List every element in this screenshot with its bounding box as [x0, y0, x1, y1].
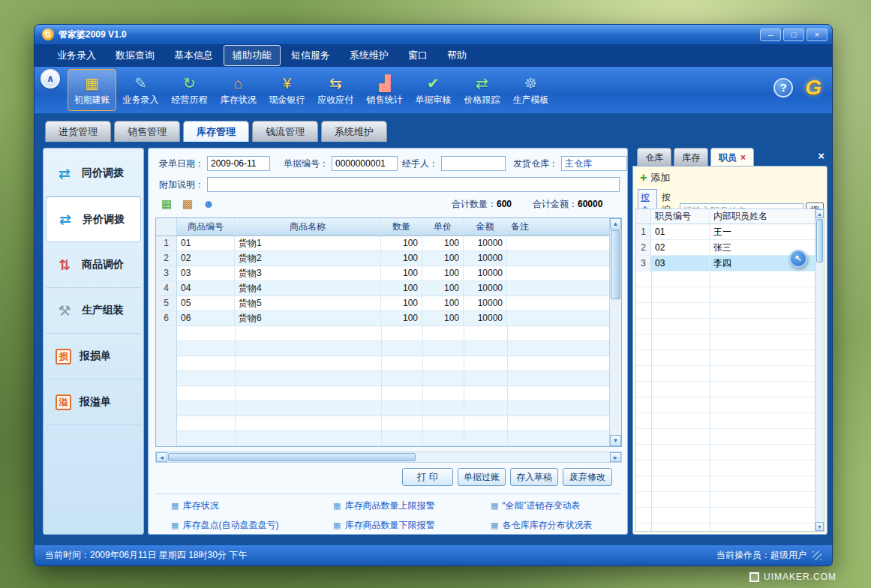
toolbar-label: 单据审核	[416, 94, 452, 106]
transfer-arrows-icon: ⇄	[56, 165, 74, 182]
status-current-time: 当前时间：2009年06月11日 星期四 18时30分 下午	[45, 549, 247, 562]
scroll-left-icon[interactable]: ◄	[156, 452, 167, 462]
items-table-vertical-scrollbar[interactable]: ▲ ▼	[609, 218, 621, 446]
calculator-tool-icon[interactable]: ▩	[180, 196, 195, 212]
sidebar-item-label: 商品调价	[82, 258, 124, 272]
panel-close-icon[interactable]: ×	[818, 149, 824, 163]
help-button[interactable]: ?	[773, 78, 793, 98]
warehouse-input[interactable]	[561, 156, 627, 171]
grid-tool-icon[interactable]: ▦	[159, 196, 174, 212]
toolbar-initial-setup[interactable]: ▦ 初期建账	[68, 69, 116, 111]
sidebar-item-same-price-transfer[interactable]: ⇄ 同价调拨	[46, 151, 141, 196]
toolbar-receivable-payable[interactable]: ⇆ 应收应付	[311, 69, 360, 111]
items-table-horizontal-scrollbar[interactable]: ◄ ►	[155, 452, 622, 463]
tab-inventory-management[interactable]: 库存管理	[183, 121, 249, 142]
menu-help[interactable]: 帮助	[438, 45, 476, 66]
link-stock-lower-limit-alert[interactable]: ▦ 库存商品数量下限报警	[333, 519, 434, 532]
total-amount-value: 60000	[578, 199, 602, 209]
print-button[interactable]: 打 印	[402, 468, 453, 486]
toolbar-inventory-status[interactable]: ⌂ 库存状况	[214, 69, 263, 111]
scroll-right-icon[interactable]: ►	[610, 452, 621, 462]
table-row[interactable]: 5 05 货物5 100 100 10000	[156, 296, 609, 311]
sidebar-item-label: 异价调拨	[83, 213, 125, 226]
link-stocktaking[interactable]: ▦ 库存盘点(自动盘盈盘亏)	[171, 519, 278, 532]
menu-business-entry[interactable]: 业务录入	[48, 45, 105, 66]
sidebar-item-label: 报溢单	[80, 395, 111, 409]
desktop-background: G 管家婆2009 V1.0 – □ × 业务录入 数据查询 基本信息 辅助功能…	[0, 0, 871, 588]
table-row[interactable]: 2 02 货物2 100 100 10000	[156, 251, 609, 266]
add-staff-button[interactable]: + 添加	[640, 171, 670, 184]
doc-no-label: 单据编号：	[284, 158, 329, 170]
tab-inventory[interactable]: 库存	[674, 148, 708, 166]
discard-changes-button[interactable]: 废弃修改	[563, 468, 612, 486]
link-almighty-flow-report[interactable]: ▦ “全能”进销存变动表	[491, 500, 580, 512]
scrollbar-thumb[interactable]	[816, 219, 823, 262]
menu-basic-info[interactable]: 基本信息	[165, 45, 222, 66]
menu-auxiliary-functions[interactable]: 辅助功能	[224, 45, 281, 66]
tab-purchase-management[interactable]: 进货管理	[45, 121, 111, 142]
toolbar: ∧ ▦ 初期建账 ✎ 业务录入 ↻ 经营历程 ⌂ 库存状况 ¥ 现金银行	[35, 67, 832, 113]
scroll-up-icon[interactable]: ▲	[610, 218, 621, 230]
note-label: 附加说明：	[159, 178, 204, 191]
menu-window[interactable]: 窗口	[399, 45, 437, 66]
menu-system-maintenance[interactable]: 系统维护	[341, 45, 398, 66]
save-draft-button[interactable]: 存入草稿	[510, 468, 558, 486]
handler-input[interactable]	[441, 156, 506, 171]
quick-tools: ▦ ▩ ☻	[159, 196, 216, 212]
link-inventory-status[interactable]: ▦ 库存状况	[171, 500, 218, 512]
sidebar-item-production-assembly[interactable]: ⚒ 生产组装	[46, 288, 141, 334]
toolbar-document-audit[interactable]: ✔ 单据审核	[409, 69, 458, 111]
tab-cashflow-management[interactable]: 钱流管理	[252, 121, 318, 142]
person-tool-icon[interactable]: ☻	[201, 196, 216, 212]
doc-no-input[interactable]	[332, 156, 398, 171]
sidebar-item-loss-report[interactable]: 损 报损单	[46, 334, 141, 380]
toolbar-sales-statistics[interactable]: ▟ 销售统计	[360, 69, 409, 111]
scroll-up-icon[interactable]: ▲	[815, 209, 824, 218]
tab-close-icon[interactable]: ×	[740, 152, 746, 163]
table-row[interactable]: 1 01 货物1 100 100 10000	[156, 236, 609, 251]
toolbar-business-entry[interactable]: ✎ 业务录入	[116, 69, 165, 111]
maximize-button[interactable]: □	[783, 28, 804, 41]
collapse-toolbar-button[interactable]: ∧	[41, 69, 60, 88]
total-amount: 合计金额：60000	[533, 198, 602, 211]
report-icon: ▦	[333, 520, 341, 530]
staff-row[interactable]: 1 01 王一	[636, 224, 815, 240]
minimize-button[interactable]: –	[760, 28, 781, 41]
toolbar-business-history[interactable]: ↻ 经营历程	[165, 69, 214, 111]
note-input[interactable]	[207, 177, 620, 192]
toolbar-label: 现金银行	[269, 94, 305, 106]
table-row[interactable]: 3 03 货物3 100 100 10000	[156, 266, 609, 281]
staff-row[interactable]: 2 02 张三	[636, 240, 815, 256]
table-row[interactable]: 4 04 货物4 100 100 10000	[156, 281, 609, 296]
link-stock-upper-limit-alert[interactable]: ▦ 库存商品数量上限报警	[333, 500, 434, 512]
staff-table: 职员编号 内部职员姓名 1 01 王一 2 02 张三	[635, 208, 824, 532]
sidebar-item-overflow-report[interactable]: 溢 报溢单	[46, 380, 141, 425]
resize-grip[interactable]	[812, 551, 821, 560]
brand-logo-icon: G	[805, 76, 821, 100]
menu-data-query[interactable]: 数据查询	[107, 45, 164, 66]
scrollbar-thumb[interactable]	[611, 230, 620, 299]
toolbar-price-tracking[interactable]: ⇄ 价格跟踪	[458, 69, 506, 111]
tab-system-maintenance[interactable]: 系统维护	[321, 121, 387, 142]
menu-sms-service[interactable]: 短信服务	[282, 45, 339, 66]
toolbar-production-template[interactable]: ☸ 生产模板	[506, 69, 555, 111]
link-warehouse-distribution-report[interactable]: ▦ 各仓库库存分布状况表	[491, 519, 592, 532]
staff-row-selected[interactable]: 3 03 李四	[636, 256, 815, 272]
scrollbar-thumb[interactable]	[168, 453, 416, 461]
total-quantity-label: 合计数量：	[452, 199, 497, 209]
close-button[interactable]: ×	[806, 28, 827, 41]
tab-staff[interactable]: 职员×	[710, 148, 754, 166]
tab-warehouse[interactable]: 仓库	[637, 148, 671, 166]
tab-sales-management[interactable]: 销售管理	[114, 121, 180, 142]
date-input[interactable]	[207, 156, 270, 171]
sidebar-item-diff-price-transfer[interactable]: ⇄ 异价调拨	[46, 196, 141, 242]
table-row[interactable]: 6 06 货物6 100 100 10000	[156, 311, 609, 326]
post-document-button[interactable]: 单据过账	[458, 468, 506, 486]
toolbar-cash-bank[interactable]: ¥ 现金银行	[263, 69, 311, 111]
sidebar-item-goods-repricing[interactable]: ⇅ 商品调价	[46, 242, 141, 288]
scroll-down-icon[interactable]: ▼	[815, 522, 824, 531]
loss-document-icon: 损	[56, 349, 71, 364]
toolbar-label: 销售统计	[367, 94, 403, 106]
staff-table-vertical-scrollbar[interactable]: ▲ ▼	[815, 209, 824, 531]
scroll-down-icon[interactable]: ▼	[610, 435, 621, 446]
